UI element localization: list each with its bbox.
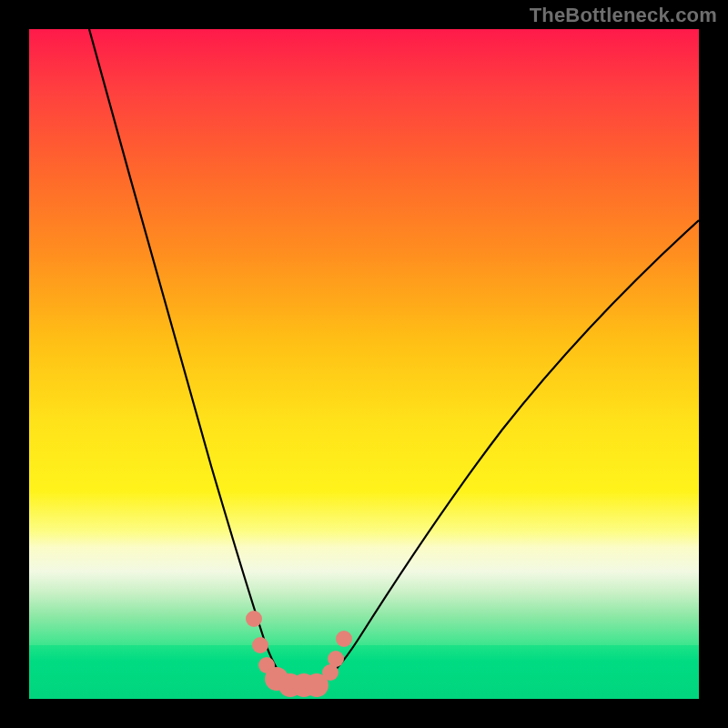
data-marker bbox=[252, 637, 268, 653]
chart-frame: TheBottleneck.com bbox=[0, 0, 728, 728]
data-marker bbox=[246, 611, 262, 627]
data-marker bbox=[336, 631, 352, 647]
data-marker bbox=[328, 651, 344, 667]
curve-layer bbox=[29, 29, 699, 699]
watermark-text: TheBottleneck.com bbox=[530, 4, 717, 27]
curve-left bbox=[89, 29, 288, 682]
curve-right bbox=[317, 220, 699, 686]
plot-area bbox=[29, 29, 699, 699]
